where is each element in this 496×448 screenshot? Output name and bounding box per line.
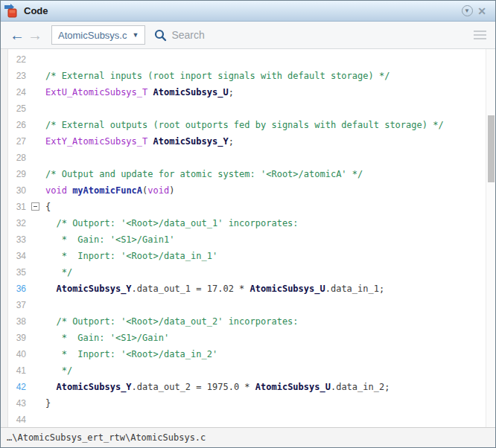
code-line: 36 AtomicSubsys_Y.data_out_1 = 17.02 * A…: [8, 281, 486, 297]
fold-column: [31, 362, 41, 379]
code-line: 32 /* Outport: '<Root>/data_out_1' incor…: [8, 215, 486, 231]
line-number: 38: [8, 313, 31, 330]
line-number: 37: [8, 297, 31, 313]
code-line: 31{: [8, 199, 486, 215]
line-number: 33: [8, 231, 31, 248]
line-number: 22: [8, 51, 31, 68]
window-title: Code: [24, 5, 460, 16]
close-icon: ✕: [477, 5, 486, 17]
fold-column: [31, 68, 41, 84]
line-number: 44: [8, 412, 31, 427]
titlebar: Code ▼ ✕: [1, 1, 495, 22]
fold-column: [31, 100, 41, 117]
code-line: 38 /* Outport: '<Root>/data_out_2' incor…: [8, 313, 486, 330]
file-dropdown-value: AtomicSubsys.c: [58, 30, 127, 41]
forward-button[interactable]: →: [26, 28, 44, 42]
code-line: 40 * Inport: '<Root>/data_in_2': [8, 346, 486, 362]
code-text: */: [41, 362, 72, 379]
code-text: void myAtomicFuncA(void): [41, 182, 174, 199]
line-number: 30: [8, 182, 31, 199]
chevron-down-icon: ▼: [132, 31, 139, 39]
line-number: 36: [8, 281, 31, 297]
line-number: 24: [8, 84, 31, 100]
toolbar: ← → AtomicSubsys.c ▼: [1, 22, 495, 49]
vertical-scrollbar[interactable]: [486, 49, 495, 427]
code-line: 35 */: [8, 264, 486, 281]
code-window: Code ▼ ✕ ← → AtomicSubsys.c ▼ 2223/* Ext…: [0, 0, 496, 448]
fold-column: [31, 248, 41, 264]
fold-column: [31, 379, 41, 395]
line-number: 26: [8, 117, 31, 133]
line-number: 32: [8, 215, 31, 231]
code-line: 39 * Gain: '<S1>/Gain': [8, 330, 486, 346]
fold-column: [31, 264, 41, 281]
code-text: AtomicSubsys_Y.data_out_1 = 17.02 * Atom…: [41, 281, 384, 297]
fold-column: [31, 412, 41, 427]
code-lines[interactable]: 2223/* External inputs (root inport sign…: [8, 49, 486, 427]
line-number: 43: [8, 395, 31, 412]
code-line: 41 */: [8, 362, 486, 379]
fold-column: [31, 51, 41, 68]
code-text: */: [41, 264, 72, 281]
dock-menu-icon: ▼: [462, 5, 473, 16]
code-line: 27ExtY_AtomicSubsys_T AtomicSubsys_Y;: [8, 133, 486, 150]
line-number: 40: [8, 346, 31, 362]
code-line: 24ExtU_AtomicSubsys_T AtomicSubsys_U;: [8, 84, 486, 100]
code-text: [41, 150, 45, 166]
code-text: [41, 412, 45, 427]
search-input[interactable]: [171, 29, 471, 41]
statusbar: …\AtomicSubsys_ert_rtw\AtomicSubsys.c: [1, 427, 495, 447]
back-button[interactable]: ←: [8, 28, 26, 42]
fold-column: [31, 199, 41, 215]
fold-column: [31, 166, 41, 182]
code-text: [41, 51, 45, 68]
line-number: 23: [8, 68, 31, 84]
code-text: ExtY_AtomicSubsys_T AtomicSubsys_Y;: [41, 133, 234, 150]
file-path: …\AtomicSubsys_ert_rtw\AtomicSubsys.c: [7, 432, 206, 443]
file-dropdown[interactable]: AtomicSubsys.c ▼: [51, 25, 145, 45]
line-number: 28: [8, 150, 31, 166]
code-line: 29/* Output and update for atomic system…: [8, 166, 486, 182]
code-text: {: [41, 199, 51, 215]
dock-menu-button[interactable]: ▼: [460, 4, 474, 19]
code-line: 42 AtomicSubsys_Y.data_out_2 = 1975.0 * …: [8, 379, 486, 395]
line-number: 25: [8, 100, 31, 117]
code-line: 25: [8, 100, 486, 117]
line-number: 39: [8, 330, 31, 346]
code-text: /* External inputs (root inport signals …: [41, 68, 390, 84]
fold-column: [31, 182, 41, 199]
fold-column: [31, 281, 41, 297]
breakpoint-margin: [1, 49, 8, 427]
code-text: * Inport: '<Root>/data_in_1': [41, 248, 217, 264]
code-editor: 2223/* External inputs (root inport sign…: [1, 49, 495, 427]
search-box: [154, 29, 471, 42]
code-text: * Gain: '<S1>/Gain': [41, 330, 169, 346]
code-text: /* External outputs (root outports fed b…: [41, 117, 444, 133]
code-line: 30void myAtomicFuncA(void): [8, 182, 486, 199]
code-line: 43}: [8, 395, 486, 412]
search-icon: [154, 29, 167, 42]
close-button[interactable]: ✕: [474, 4, 489, 19]
fold-column: [31, 133, 41, 150]
code-text: ExtU_AtomicSubsys_T AtomicSubsys_U;: [41, 84, 234, 100]
code-line: 44: [8, 412, 486, 427]
hamburger-menu-icon[interactable]: [471, 29, 488, 41]
code-text: [41, 100, 45, 117]
code-line: 26/* External outputs (root outports fed…: [8, 117, 486, 133]
code-text: * Inport: '<Root>/data_in_2': [41, 346, 217, 362]
line-number: 31: [8, 199, 31, 215]
code-text: * Gain: '<S1>/Gain1': [41, 231, 174, 248]
fold-column: [31, 150, 41, 166]
fold-column: [31, 84, 41, 100]
line-number: 41: [8, 362, 31, 379]
code-text: /* Output and update for atomic system: …: [41, 166, 363, 182]
scrollbar-thumb[interactable]: [488, 115, 495, 182]
code-line: 28: [8, 150, 486, 166]
code-text: [41, 297, 45, 313]
fold-column: [31, 346, 41, 362]
fold-column: [31, 313, 41, 330]
code-text: AtomicSubsys_Y.data_out_2 = 1975.0 * Ato…: [41, 379, 390, 395]
fold-collapse-icon[interactable]: [31, 202, 39, 211]
code-text: /* Outport: '<Root>/data_out_2' incorpor…: [41, 313, 299, 330]
fold-column: [31, 330, 41, 346]
